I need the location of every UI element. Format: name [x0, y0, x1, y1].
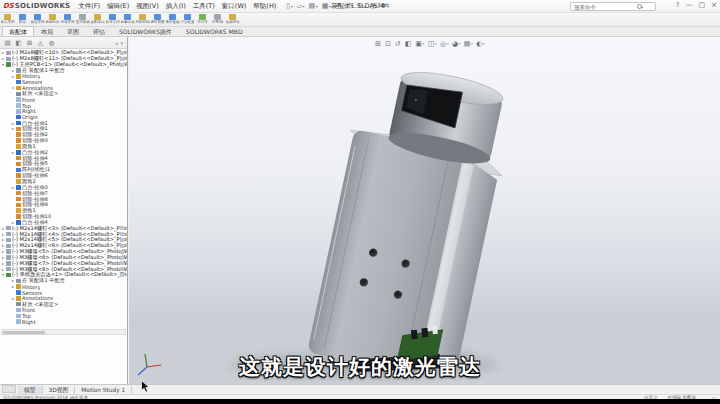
quick-access-button[interactable]: ▦▾ [322, 2, 331, 10]
tree-item-label: Right [22, 319, 36, 325]
tree-item-icon [16, 173, 21, 178]
ribbon-button[interactable]: 配合 [15, 13, 30, 26]
ribbon-button[interactable]: 爆炸视图 [150, 13, 165, 26]
quick-access-button[interactable]: ↶▾ [335, 2, 343, 10]
menu-item[interactable]: 编辑(E) [107, 2, 129, 11]
window-controls: ? — ▢ × [676, 1, 717, 9]
tree-item-icon [16, 162, 21, 167]
title-bar: DS SOLIDWORKS 文件(F)编辑(E)视图(V)插入(I)工具(T)窗… [0, 0, 720, 13]
ribbon-button[interactable]: 参考几何图形 [105, 13, 120, 26]
quick-access-button[interactable]: ▱▾ [297, 2, 305, 10]
ribbon-button[interactable]: 显示隐藏的零部件 [75, 13, 90, 26]
close-button[interactable]: × [711, 1, 717, 9]
study-tab[interactable]: Motion Study 1 [75, 386, 132, 394]
motion-manager-bar: 模型3D视图Motion Study 1 [0, 384, 720, 394]
panel-tab-icon[interactable]: ◧ [13, 39, 24, 47]
chevron-down-icon: ▾ [303, 4, 305, 9]
tree-item-icon [16, 168, 21, 173]
menu-item[interactable]: 工具(T) [193, 2, 215, 11]
tree-item-icon [6, 255, 11, 260]
panel-tab-icon[interactable]: ◍ [46, 39, 57, 47]
chevron-down-icon: ▾ [291, 4, 293, 9]
tree-item-icon [6, 267, 11, 272]
ribbon-button[interactable]: 智能扣件 [45, 13, 60, 26]
study-tab[interactable]: 模型 [18, 386, 43, 394]
command-search[interactable] [570, 2, 656, 11]
ribbon-button-label: 爆炸视图 [151, 20, 165, 24]
tree-row[interactable]: Right [0, 319, 127, 325]
command-search-input[interactable] [571, 4, 637, 10]
command-tab[interactable]: SOLIDWORKS插件 [112, 26, 179, 36]
ribbon-button-icon [49, 14, 56, 20]
tree-item-icon [6, 226, 11, 231]
panel-tab-bar: ▤◧⊞◬◍ ▸ ▾ [0, 37, 127, 49]
quick-access-button[interactable]: ▯▾ [286, 2, 292, 10]
panel-tab-icon[interactable]: ▤ [2, 39, 13, 47]
tree-item-icon [16, 74, 21, 79]
ribbon-button-icon [184, 14, 191, 20]
tree-horizontal-scrollbar[interactable] [1, 329, 126, 335]
tree-item-icon [16, 191, 21, 196]
lidar-3d-model [129, 37, 720, 384]
tree-item-icon [16, 68, 21, 73]
ribbon-button[interactable]: 孔对齐 [195, 13, 210, 26]
tree-item-icon [16, 97, 21, 102]
tree-item-icon [16, 138, 21, 143]
scrollbar-thumb[interactable] [3, 331, 45, 334]
ribbon-button[interactable]: 插入零部件 [0, 13, 15, 26]
command-tab[interactable]: 草图 [60, 26, 86, 36]
display-pane-icon[interactable] [120, 273, 124, 277]
ribbon-button-icon [109, 14, 116, 20]
panel-options-icon[interactable]: ▾ [120, 40, 123, 46]
quick-access-button[interactable]: ✱▾ [381, 2, 389, 10]
menu-item[interactable]: 帮助(H) [253, 2, 276, 11]
command-tab[interactable]: 装配体 [2, 26, 34, 36]
panel-expand-arrow-icon[interactable]: ▸ [116, 40, 119, 46]
ribbon-button[interactable]: 线性零部件阵列 [30, 13, 45, 26]
panel-tab-icon[interactable]: ◬ [35, 39, 46, 47]
tree-item-icon [6, 51, 11, 56]
tree-item-icon [16, 284, 21, 289]
command-tab[interactable]: 布局 [34, 26, 60, 36]
quick-access-button[interactable]: ↻▾ [358, 2, 366, 10]
feature-tree: ▸ (-) M2x8螺钉<10> (Default<<Default>_Phot… [0, 50, 127, 327]
quick-access-button[interactable]: ◔ [370, 2, 377, 10]
ribbon-button[interactable]: 材料明细表 [135, 13, 150, 26]
quick-access-button[interactable]: ↷ [347, 2, 353, 10]
ribbon-button[interactable]: 皮带/链 [210, 13, 225, 26]
display-pane-icon[interactable] [120, 63, 124, 67]
ribbon-button[interactable]: 装配体特征 [90, 13, 105, 26]
ribbon-button[interactable]: 爆炸直线草图 [165, 13, 180, 26]
search-icon[interactable] [637, 4, 643, 10]
menu-item[interactable]: 文件(F) [78, 2, 100, 11]
quick-access-button[interactable]: ▤▾ [309, 2, 318, 10]
command-tab[interactable]: SOLIDWORKS MBD [179, 26, 250, 36]
ribbon-button[interactable]: 性能评估 [225, 13, 240, 26]
tree-item-icon [16, 279, 21, 284]
ribbon-button[interactable]: 新建运动算例 [120, 13, 135, 26]
help-button[interactable]: ? [676, 1, 680, 9]
ribbon-button-icon [214, 14, 221, 20]
tree-item-icon [16, 156, 21, 161]
study-tab[interactable]: 3D视图 [43, 386, 76, 394]
menu-item[interactable]: 视图(V) [136, 2, 159, 11]
minimize-button[interactable]: — [686, 1, 693, 9]
tree-item-icon [16, 80, 21, 85]
menu-item[interactable]: 窗口(W) [222, 2, 247, 11]
subtitle-caption: 这就是设计好的激光雷达 [0, 353, 720, 381]
ribbon-button-icon [229, 14, 236, 20]
tree-item-icon [6, 232, 11, 237]
restore-button[interactable]: ▢ [699, 1, 706, 9]
letterbox-bottom [0, 399, 720, 404]
quick-access-toolbar: ▯▾▱▾▤▾▦▾↶▾↷↻▾◔✱▾ [286, 2, 389, 10]
command-tab[interactable]: 评估 [86, 26, 112, 36]
graphics-viewport[interactable]: ⊞⊡↺◧▣▾◫▾◎▾◕▾▤▾◐▾ [129, 37, 720, 384]
ribbon-button[interactable]: 干涉检查 [180, 13, 195, 26]
ribbon-button-label: 参考几何图形 [106, 20, 120, 24]
menu-item[interactable]: 插入(I) [166, 2, 186, 11]
ribbon-button[interactable]: 移动零部件 [60, 13, 75, 26]
menu-bar: 文件(F)编辑(E)视图(V)插入(I)工具(T)窗口(W)帮助(H) [78, 2, 276, 11]
motion-bar-icon[interactable] [2, 385, 16, 393]
panel-tab-icon[interactable]: ⊞ [24, 39, 35, 47]
tree-item-icon [6, 62, 11, 67]
